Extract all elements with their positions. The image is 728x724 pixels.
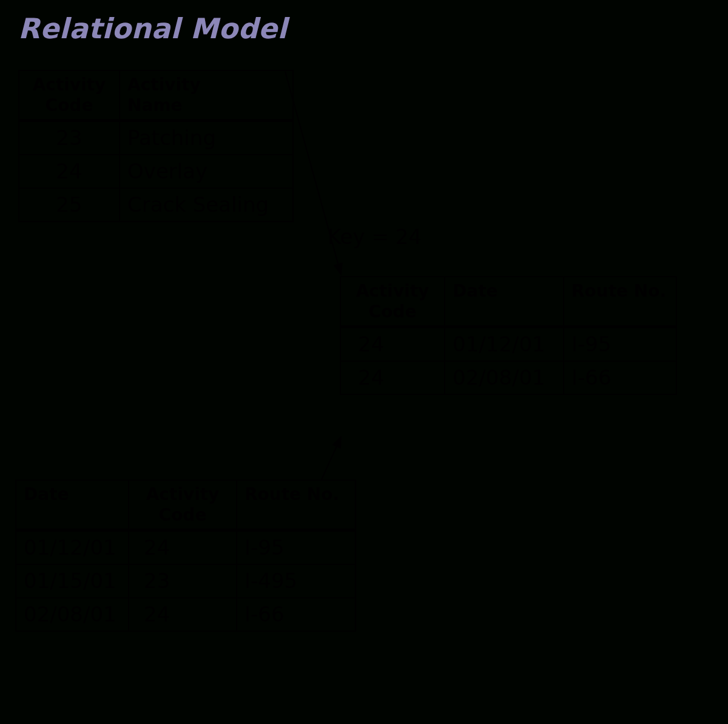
cell-route: I-495 [237,564,356,598]
cell-code: 23 [129,564,237,598]
cell-date: 01/12/01 [16,530,129,564]
col-date: Date [16,480,129,530]
activity-table: ActivityCode ActivityName 23 Patching 24… [18,70,294,222]
table-row: 23 Patching [19,121,293,155]
cell-route: I-95 [564,327,676,361]
log-table: Date ActivityCode Route No. 01/12/01 24 … [15,479,356,632]
table-header-row: ActivityCode ActivityName [19,70,293,121]
cell-date: 02/08/01 [445,361,564,394]
cell-name: Patching [120,121,293,155]
col-activity-code: ActivityCode [129,480,237,530]
cell-code: 24 [129,598,237,631]
col-activity-name: ActivityName [120,70,293,121]
diagram-title: Relational Model [18,12,288,45]
cell-code: 24 [19,155,120,188]
col-activity-code: ActivityCode [340,277,445,327]
table-row: 24 01/12/01 I-95 [340,327,676,361]
table-row: 24 02/08/01 I-66 [340,361,676,394]
result-table: ActivityCode Date Route No. 24 01/12/01 … [340,276,677,395]
cell-name: Overlay [120,155,293,188]
cell-route: I-66 [564,361,676,394]
key-label: Key = 24 [328,225,422,249]
col-route-no: Route No. [237,480,356,530]
cell-code: 24 [340,327,445,361]
col-date: Date [445,277,564,327]
cell-code: 24 [340,361,445,394]
arrow-log-to-result [322,437,341,479]
cell-code: 25 [19,188,120,222]
table-row: 24 Overlay [19,155,293,188]
table-row: 01/15/01 23 I-495 [16,564,356,598]
col-activity-code: ActivityCode [19,70,120,121]
cell-route: I-95 [237,530,356,564]
cell-name: Crack Sealing [120,188,293,222]
col-route-no: Route No. [564,277,676,327]
table-row: 01/12/01 24 I-95 [16,530,356,564]
table-row: 25 Crack Sealing [19,188,293,222]
cell-date: 01/12/01 [445,327,564,361]
cell-code: 24 [129,530,237,564]
table-header-row: ActivityCode Date Route No. [340,277,676,327]
table-row: 02/08/01 24 I-66 [16,598,356,631]
cell-route: I-66 [237,598,356,631]
cell-date: 01/15/01 [16,564,129,598]
table-header-row: Date ActivityCode Route No. [16,480,356,530]
cell-date: 02/08/01 [16,598,129,631]
cell-code: 23 [19,121,120,155]
